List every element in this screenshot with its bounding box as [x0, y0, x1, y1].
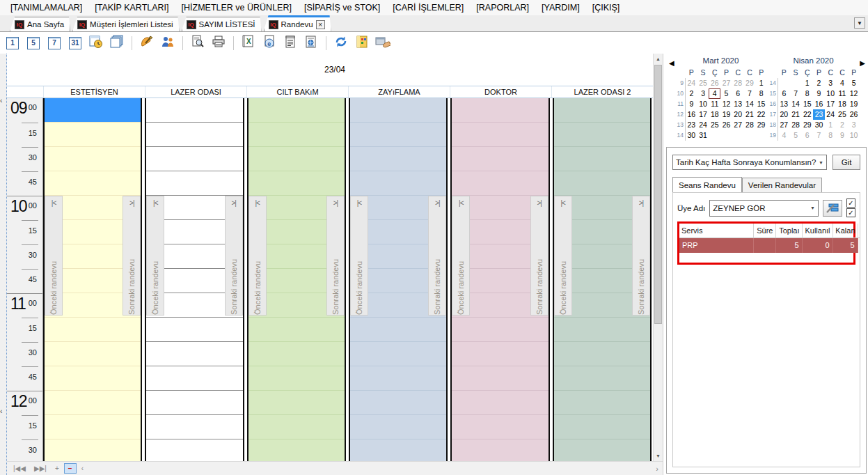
day-cell[interactable]: 24 — [697, 120, 709, 130]
day-cell[interactable]: 5 — [848, 78, 860, 88]
day-cell[interactable] — [744, 130, 756, 141]
day-cell[interactable]: 7 — [790, 88, 802, 99]
menu-item-cari̇-i̇şlemler[interactable]: [CARİ İŞLEMLER] — [386, 3, 470, 13]
print-button[interactable] — [210, 35, 228, 52]
day-cell[interactable]: 6 — [732, 88, 744, 99]
day-cell[interactable]: 8 — [801, 88, 813, 99]
day-cell[interactable]: 28 — [732, 78, 744, 88]
previous-appointment-bar[interactable]: |<Önceki randevu — [146, 196, 164, 316]
menu-item-tanimlamalar[interactable]: [TANIMLAMALAR] — [4, 3, 88, 13]
menu-item-raporlar[interactable]: [RAPORLAR] — [470, 3, 535, 13]
filter-checkbox-2[interactable]: ✓ — [846, 208, 855, 217]
month-view-button[interactable]: 31 — [66, 35, 84, 52]
member-select[interactable]: ZEYNEP GÖR ▼ — [709, 200, 819, 217]
day-cell[interactable]: 11 — [837, 88, 849, 99]
go-last-button[interactable]: ▶▶| — [31, 464, 50, 473]
day-cell[interactable]: 17 — [825, 99, 837, 109]
day-cell[interactable]: 18 — [837, 99, 849, 109]
export-text-button[interactable] — [281, 35, 299, 52]
day-cell[interactable]: 28 — [744, 120, 756, 130]
day-cell[interactable]: 13 — [778, 99, 790, 109]
day-cell[interactable] — [709, 130, 720, 141]
day-cell[interactable]: 10 — [848, 130, 860, 141]
member-filter-button[interactable] — [823, 200, 842, 217]
day-cell[interactable]: 4 — [837, 78, 849, 88]
print-preview-button[interactable] — [189, 35, 207, 52]
day-cell[interactable]: 27 — [778, 120, 790, 130]
today-day[interactable]: 4 — [709, 88, 720, 99]
col-kalan[interactable]: Kalan — [833, 224, 858, 238]
day-cell[interactable]: 21 — [744, 109, 756, 120]
day-cell[interactable]: 7 — [744, 88, 756, 99]
scroll-up-icon[interactable]: ▲ — [654, 54, 663, 64]
splitter-collapse-icon[interactable]: ‹ — [0, 97, 2, 104]
col-toplam[interactable]: Toplaı — [775, 224, 802, 238]
session-list-empty-area[interactable] — [677, 265, 855, 467]
day-cell[interactable]: 12 — [720, 99, 732, 109]
day-cell[interactable]: 2 — [686, 88, 697, 99]
schedule-column-zayıflama[interactable]: |<Önceki randevu>|Sonraki randevu — [349, 98, 448, 461]
day-cell[interactable]: 25 — [837, 109, 849, 120]
day-cell[interactable]: 19 — [720, 109, 732, 120]
day-cell[interactable]: 1 — [825, 120, 837, 130]
next-appointment-bar[interactable]: >|Sonraki randevu — [530, 196, 549, 316]
horizontal-scrollbar[interactable]: |◀◀▶▶|+−‹› — [7, 461, 663, 475]
day-cell[interactable]: 25 — [709, 120, 720, 130]
day-cell[interactable]: 10 — [697, 99, 709, 109]
selected-day[interactable]: 23 — [813, 109, 825, 120]
tab-sayim-li̇stesi̇[interactable]: IQSAYIM LİSTESİ — [182, 17, 262, 31]
day-cell[interactable]: 25 — [697, 78, 709, 88]
tab-overflow-button[interactable]: ▼ — [854, 17, 865, 29]
day-cell[interactable]: 20 — [778, 109, 790, 120]
panel-tab-verilen-randevular[interactable]: Verilen Randevular — [742, 178, 822, 192]
calendar-next-icon[interactable]: ▶ — [860, 59, 865, 67]
col-sure[interactable]: Süre — [753, 224, 775, 238]
day-cell[interactable]: 13 — [732, 99, 744, 109]
panel-tab-seans-randevu[interactable]: Seans Randevu — [672, 177, 742, 192]
schedule-column-cilt-bakım[interactable]: |<Önceki randevu>|Sonraki randevu — [247, 98, 346, 461]
drag-drop-button[interactable] — [374, 35, 392, 52]
day-cell[interactable]: 3 — [697, 88, 709, 99]
workweek-view-button[interactable]: 5 — [24, 35, 42, 52]
day-cell[interactable] — [778, 78, 790, 88]
day-cell[interactable]: 9 — [686, 99, 697, 109]
day-cell[interactable]: 14 — [790, 99, 802, 109]
menu-item-yardim[interactable]: [YARDIM] — [535, 3, 586, 13]
day-cell[interactable]: 19 — [848, 99, 860, 109]
day-cell[interactable]: 26 — [848, 109, 860, 120]
day-cell[interactable]: 5 — [790, 130, 802, 141]
menu-item-çikiş[interactable]: [ÇIKIŞ] — [586, 3, 626, 13]
selected-time-slot[interactable] — [45, 98, 141, 122]
day-cell[interactable]: 20 — [732, 109, 744, 120]
day-cell[interactable]: 15 — [755, 99, 767, 109]
day-cell[interactable]: 27 — [720, 78, 732, 88]
column-header-cilt-bakım[interactable]: CILT BAKıM — [246, 86, 348, 98]
day-cell[interactable]: 24 — [686, 78, 697, 88]
day-cell[interactable]: 18 — [709, 109, 720, 120]
next-appointment-bar[interactable]: >|Sonraki randevu — [632, 196, 650, 316]
column-header-doktor[interactable]: DOKTOR — [450, 86, 551, 98]
day-cell[interactable]: 8 — [755, 88, 767, 99]
col-servis[interactable]: Servis — [679, 224, 753, 238]
day-cell[interactable]: 26 — [709, 78, 720, 88]
previous-appointment-bar[interactable]: |<Önceki randevu — [350, 196, 368, 316]
zoom-in-button[interactable]: + — [52, 464, 63, 473]
week-jump-select[interactable]: Tarih Kaç Hafta Sonraya Konumlansın? ▼ — [672, 155, 827, 170]
day-cell[interactable]: 30 — [813, 120, 825, 130]
day-cell[interactable]: 16 — [686, 109, 697, 120]
day-cell[interactable]: 1 — [801, 78, 813, 88]
session-row[interactable]: PRP505✔ — [679, 238, 860, 253]
day-cell[interactable]: 6 — [801, 130, 813, 141]
day-cell[interactable]: 7 — [813, 130, 825, 141]
day-cell[interactable]: 1 — [755, 78, 767, 88]
multiweek-view-button[interactable] — [108, 35, 126, 52]
schedule-column-doktor[interactable]: |<Önceki randevu>|Sonraki randevu — [450, 98, 549, 461]
menu-item-hi̇zmetler-ve-ürünler[interactable]: [HİZMETLER ve ÜRÜNLER] — [175, 3, 298, 13]
vertical-scrollbar[interactable]: ▲ ▼ — [653, 54, 663, 461]
day-cell[interactable]: 4 — [778, 130, 790, 141]
day-cell[interactable] — [732, 130, 744, 141]
go-button[interactable]: Git — [833, 155, 860, 170]
scroll-left-button[interactable]: ‹ — [78, 464, 87, 473]
scroll-right-button[interactable]: › — [656, 465, 658, 473]
day-cell[interactable]: 6 — [778, 88, 790, 99]
